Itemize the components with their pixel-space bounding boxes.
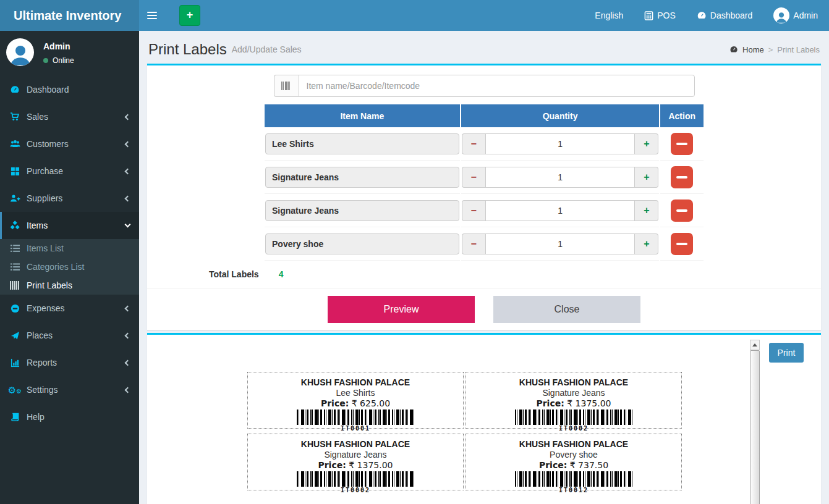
sidebar-item-label: Dashboard [27, 85, 69, 94]
price-value: ₹ 1375.00 [567, 398, 611, 408]
minus-icon [676, 143, 687, 145]
cubes-icon [9, 220, 20, 230]
sidebar-item-sales[interactable]: Sales [0, 103, 139, 130]
print-button[interactable]: Print [769, 343, 804, 363]
scroll-up-icon[interactable] [750, 340, 760, 350]
item-code: IT0012 [466, 487, 681, 494]
sidebar-item-label: Expenses [27, 303, 64, 313]
sidebar-item-label: Settings [27, 385, 58, 395]
user-label: Admin [793, 10, 818, 20]
barcode-icon [274, 75, 299, 97]
barcode-image [297, 471, 414, 487]
item-name-box: Lee Shirts [265, 133, 459, 154]
list-icon [9, 245, 20, 253]
quick-add-button[interactable]: + [179, 5, 200, 26]
user-menu[interactable]: Admin [773, 7, 818, 23]
chevron-left-icon [125, 114, 131, 120]
decrease-qty-button[interactable]: − [462, 133, 485, 154]
chevron-left-icon [125, 359, 131, 366]
print-preview-panel: KHUSH FASHION PALACE Lee Shirts Price: ₹… [147, 333, 821, 504]
decrease-qty-button[interactable]: − [462, 167, 485, 188]
decrease-qty-button[interactable]: − [462, 200, 485, 221]
increase-qty-button[interactable]: + [635, 233, 658, 254]
label-item-name: Signature Jeans [466, 388, 681, 398]
item-code: IT0002 [248, 487, 463, 494]
price-value: ₹ 625.00 [352, 398, 390, 408]
dashboard-label: Dashboard [710, 10, 753, 20]
sidebar-item-reports[interactable]: Reports [0, 349, 139, 376]
language-menu[interactable]: English [595, 10, 623, 20]
item-search-group [274, 75, 695, 97]
users-icon [9, 139, 20, 149]
item-search-input[interactable] [299, 75, 695, 97]
breadcrumb-home[interactable]: Home [742, 45, 764, 54]
table-row: Lee Shirts − + [265, 127, 704, 161]
label-item-name: Signature Jeans [248, 450, 463, 460]
remove-item-button[interactable] [671, 133, 693, 155]
close-button[interactable]: Close [493, 296, 640, 323]
label-item-name: Lee Shirts [248, 388, 463, 398]
quantity-input[interactable] [485, 133, 636, 154]
quantity-input[interactable] [485, 200, 636, 221]
sidebar-item-label: Items List [27, 243, 64, 253]
quantity-input[interactable] [485, 167, 636, 188]
minus-icon [676, 243, 687, 245]
column-header-item-name: Item Name [265, 104, 460, 127]
price-label: Price: [321, 398, 349, 408]
book-icon [9, 413, 20, 422]
sidebar-item-expenses[interactable]: Expenses [0, 295, 139, 322]
dashboard-link[interactable]: Dashboard [697, 10, 753, 20]
sidebar-item-dashboard[interactable]: Dashboard [0, 76, 139, 103]
label-items-panel: Item Name Quantity Action Lee Shirts − + [147, 64, 821, 330]
sidebar-item-label: Customers [27, 139, 69, 149]
page-title: Print Labels [148, 41, 227, 58]
barcode-icon [9, 281, 20, 290]
sidebar-toggle-icon[interactable] [147, 0, 172, 31]
sidebar-item-purchase[interactable]: Purchase [0, 158, 139, 185]
language-label: English [595, 10, 623, 20]
chevron-left-icon [125, 168, 131, 174]
shop-name: KHUSH FASHION PALACE [466, 377, 681, 387]
sidebar-item-categories-list[interactable]: Categories List [0, 258, 139, 276]
preview-scrollbar[interactable] [750, 340, 760, 504]
sidebar-item-items-list[interactable]: Items List [0, 239, 139, 258]
increase-qty-button[interactable]: + [635, 167, 658, 188]
sidebar-item-label: Help [27, 412, 45, 422]
shop-name: KHUSH FASHION PALACE [466, 439, 681, 449]
chevron-down-icon [125, 221, 131, 227]
sidebar-item-suppliers[interactable]: Suppliers [0, 185, 139, 212]
scrollbar-thumb[interactable] [750, 350, 760, 504]
breadcrumb: Home > Print Labels [729, 45, 820, 54]
item-code: IT0002 [466, 425, 681, 432]
online-label: Online [53, 56, 74, 65]
app-title[interactable]: Ultimate Inventory [0, 0, 139, 31]
sidebar-item-customers[interactable]: Customers [0, 130, 139, 158]
sidebar-item-help[interactable]: Help [0, 403, 139, 430]
sidebar-item-label: Categories List [27, 262, 84, 272]
sidebar-item-print-labels[interactable]: Print Labels [0, 276, 139, 295]
label-preview-cell: KHUSH FASHION PALACE Signature Jeans Pri… [466, 372, 682, 429]
sidebar-user-status[interactable]: Online [43, 56, 74, 65]
sidebar-item-items[interactable]: Items [0, 212, 139, 239]
price-value: ₹ 737.50 [570, 460, 608, 470]
price-label: Price: [318, 460, 346, 470]
preview-button[interactable]: Preview [328, 296, 475, 323]
sidebar-item-label: Places [27, 330, 53, 340]
remove-item-button[interactable] [671, 233, 693, 255]
sidebar-item-label: Suppliers [27, 193, 62, 203]
increase-qty-button[interactable]: + [635, 200, 658, 221]
label-preview-cell: KHUSH FASHION PALACE Signature Jeans Pri… [247, 434, 464, 490]
increase-qty-button[interactable]: + [635, 133, 658, 154]
sidebar-item-settings[interactable]: ⚙⚙ Settings [0, 376, 139, 403]
sidebar-item-places[interactable]: Places [0, 322, 139, 349]
pos-label: POS [657, 10, 676, 20]
table-row: Povery shoe − + [265, 227, 704, 261]
remove-item-button[interactable] [671, 200, 693, 222]
table-row: Signature Jeans − + [265, 161, 704, 194]
decrease-qty-button[interactable]: − [462, 233, 485, 254]
pos-link[interactable]: POS [644, 10, 676, 20]
cart-icon [9, 112, 20, 122]
remove-item-button[interactable] [671, 166, 693, 188]
home-gauge-icon [729, 45, 738, 54]
quantity-input[interactable] [485, 233, 636, 254]
